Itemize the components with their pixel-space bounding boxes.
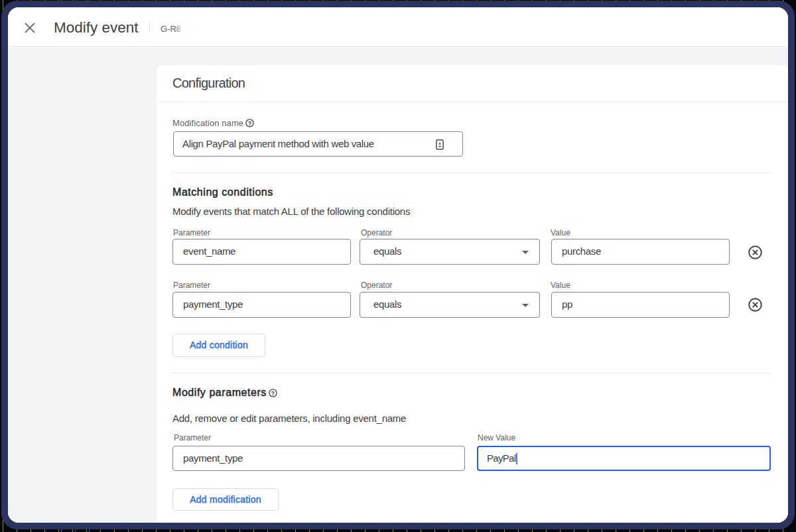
svg-text:?: ? — [271, 389, 275, 396]
svg-text:?: ? — [248, 119, 252, 126]
